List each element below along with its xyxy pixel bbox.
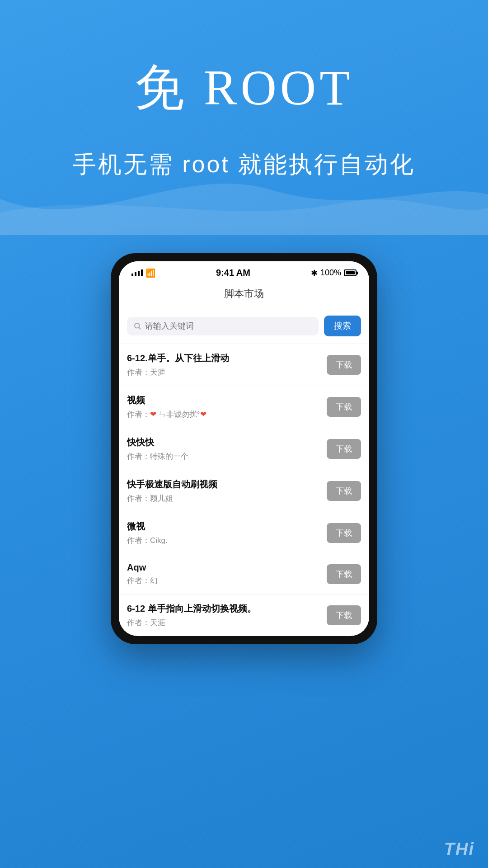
list-item: 6-12 单手指向上滑动切换视频。 作者：天涯 下载 xyxy=(119,594,369,636)
download-button[interactable]: 下载 xyxy=(327,605,361,625)
script-author: 作者：特殊的一个 xyxy=(127,451,320,462)
script-list: 6-12.单手。从下往上滑动 作者：天涯 下载 视频 作者：❤ ㄣ非诚勿扰°❤ … xyxy=(119,344,369,636)
script-info: 视频 作者：❤ ㄣ非诚勿扰°❤ xyxy=(127,394,320,420)
script-name: 微视 xyxy=(127,520,320,533)
phone-frame: 📶 9:41 AM ✱ 100% 脚本市场 xyxy=(111,253,377,644)
svg-line-1 xyxy=(139,327,140,329)
phone-screen: 📶 9:41 AM ✱ 100% 脚本市场 xyxy=(119,261,369,636)
hero-subtitle: 手机无需 root 就能执行自动化 xyxy=(0,149,488,180)
signal-icon xyxy=(131,269,143,276)
script-name: 视频 xyxy=(127,394,320,406)
download-button[interactable]: 下载 xyxy=(327,523,361,543)
download-button[interactable]: 下载 xyxy=(327,481,361,501)
script-author: 作者：颖儿姐 xyxy=(127,493,320,504)
script-name: 6-12 单手指向上滑动切换视频。 xyxy=(127,603,320,615)
script-author: 作者：❤ ㄣ非诚勿扰°❤ xyxy=(127,409,320,420)
search-icon xyxy=(133,322,141,330)
search-button[interactable]: 搜索 xyxy=(324,316,361,336)
script-author: 作者：Cikg. xyxy=(127,535,320,546)
list-item: 快快快 作者：特殊的一个 下载 xyxy=(119,428,369,470)
wifi-icon: 📶 xyxy=(145,268,155,278)
phone-mockup: 📶 9:41 AM ✱ 100% 脚本市场 xyxy=(111,253,377,644)
script-name: 快快快 xyxy=(127,436,320,448)
status-left: 📶 xyxy=(131,268,155,278)
download-button[interactable]: 下载 xyxy=(327,355,361,375)
list-item: 微视 作者：Cikg. 下载 xyxy=(119,512,369,554)
search-input[interactable] xyxy=(145,321,312,331)
download-button[interactable]: 下载 xyxy=(327,397,361,417)
app-title: 脚本市场 xyxy=(224,288,264,299)
script-info: 6-12 单手指向上滑动切换视频。 作者：天涯 xyxy=(127,603,320,628)
hero-title: 免 ROOT xyxy=(0,54,488,122)
script-info: 快手极速版自动刷视频 作者：颖儿姐 xyxy=(127,478,320,504)
hero-section: 免 ROOT 手机无需 root 就能执行自动化 xyxy=(0,0,488,180)
script-author: 作者：天涯 xyxy=(127,367,320,377)
heart-icon-2: ❤ xyxy=(200,410,206,419)
script-info: 快快快 作者：特殊的一个 xyxy=(127,436,320,462)
app-header: 脚本市场 xyxy=(119,282,369,308)
script-name: 快手极速版自动刷视频 xyxy=(127,478,320,491)
bluetooth-icon: ✱ xyxy=(311,268,318,278)
script-info: Aqw 作者：幻 xyxy=(127,562,320,586)
script-author: 作者：天涯 xyxy=(127,618,320,628)
download-button[interactable]: 下载 xyxy=(327,564,361,584)
script-info: 微视 作者：Cikg. xyxy=(127,520,320,546)
list-item: 快手极速版自动刷视频 作者：颖儿姐 下载 xyxy=(119,470,369,512)
search-area[interactable]: 搜索 xyxy=(119,308,369,344)
battery-icon xyxy=(344,269,357,276)
list-item: 6-12.单手。从下往上滑动 作者：天涯 下载 xyxy=(119,344,369,386)
status-bar: 📶 9:41 AM ✱ 100% xyxy=(119,261,369,282)
script-name: Aqw xyxy=(127,562,320,573)
list-item: 视频 作者：❤ ㄣ非诚勿扰°❤ 下载 xyxy=(119,386,369,428)
status-time: 9:41 AM xyxy=(216,268,250,278)
script-info: 6-12.单手。从下往上滑动 作者：天涯 xyxy=(127,352,320,377)
heart-icon: ❤ xyxy=(150,410,156,419)
script-name: 6-12.单手。从下往上滑动 xyxy=(127,352,320,364)
search-input-wrapper xyxy=(127,317,319,335)
list-item: Aqw 作者：幻 下载 xyxy=(119,554,369,594)
download-button[interactable]: 下载 xyxy=(327,439,361,459)
script-author: 作者：幻 xyxy=(127,576,320,586)
watermark: THi xyxy=(431,830,488,868)
status-right: ✱ 100% xyxy=(311,268,357,278)
battery-pct-label: 100% xyxy=(320,268,341,278)
